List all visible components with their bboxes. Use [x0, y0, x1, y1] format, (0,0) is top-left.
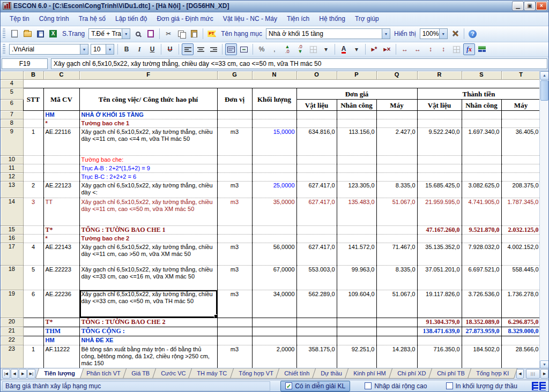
cell-dg-may[interactable]: 71.467,0	[376, 243, 417, 266]
cell-unit[interactable]	[217, 156, 252, 164]
cell-dg-nc[interactable]: 109.604,0	[337, 290, 376, 318]
menu-don-gia-dinh-muc[interactable]: Đơn giá - Định mức	[152, 13, 218, 24]
row-header-14[interactable]: 14	[1, 198, 23, 226]
cell-tt-may[interactable]	[501, 173, 540, 182]
cell-unit[interactable]	[217, 336, 252, 345]
cell-code[interactable]: TT	[43, 198, 79, 226]
cell-dg-vl[interactable]	[296, 327, 337, 336]
row-height-increase-button[interactable]: ↕	[425, 43, 436, 55]
header-ten-cong-viec[interactable]: Tên công việc/ Công thức hao phí	[79, 88, 217, 111]
column-header-B[interactable]: B	[23, 71, 43, 80]
cell-tt-may[interactable]	[501, 336, 540, 345]
cell-qty[interactable]: 2,0000	[252, 345, 296, 368]
cell-desc[interactable]: NHÀ ĐỂ XE	[79, 336, 217, 345]
checkbox-checked-icon[interactable]: ✓	[285, 382, 292, 389]
cell-qty[interactable]	[252, 235, 296, 243]
help-button[interactable]: ?	[467, 28, 479, 40]
increase-decimal-button[interactable]: ▲.0	[281, 43, 293, 55]
cell-desc[interactable]: TỔNG : TƯỜNG BAO CHE 2	[79, 318, 217, 327]
restore-button[interactable]: ▣	[524, 2, 535, 10]
cell-stt[interactable]	[23, 327, 43, 336]
tab-tien-luong[interactable]: Tiên lượng	[35, 368, 84, 379]
row-header-23[interactable]: 23	[1, 345, 23, 368]
header-nhan-cong-2[interactable]: Nhân công	[462, 100, 501, 111]
scroll-up-button[interactable]: ▲	[540, 71, 548, 80]
tab-next-button[interactable]: ▶	[19, 369, 27, 379]
cell-tt-nc[interactable]: 4.741.905,0	[462, 198, 501, 226]
cell-tt-nc[interactable]: 27.873.959,0	[462, 327, 501, 336]
cell-dg-vl[interactable]: 634.816,0	[296, 128, 337, 156]
column-header-G[interactable]: G	[217, 71, 252, 80]
close-button[interactable]: ×	[536, 2, 547, 10]
align-left-button[interactable]	[182, 43, 194, 55]
menu-vat-lieu-nc-may[interactable]: Vật liệu - NC - Máy	[218, 13, 282, 24]
cell-dg-vl[interactable]	[296, 336, 337, 345]
cell-dg-vl[interactable]: 562.289,0	[296, 290, 337, 318]
scroll-thumb[interactable]	[540, 80, 548, 101]
cell-code[interactable]: HM	[43, 111, 79, 119]
borders-button[interactable]	[307, 43, 319, 55]
empty-row[interactable]	[23, 80, 540, 88]
cell-code[interactable]: AF.11222	[43, 345, 79, 368]
cell-qty[interactable]: 56,0000	[252, 243, 296, 266]
cell-dg-may[interactable]	[376, 226, 417, 235]
formula-input[interactable]: Xây gạch chỉ 6,5x10,5x22, xây tường thẳn…	[51, 58, 547, 69]
cell-qty[interactable]	[252, 336, 296, 345]
cell-dg-may[interactable]	[376, 156, 417, 164]
cell-unit[interactable]	[217, 111, 252, 119]
cell-code[interactable]: HM	[43, 336, 79, 345]
cell-code[interactable]	[43, 164, 79, 173]
cut-button[interactable]: ✂	[162, 28, 174, 40]
cell-tt-nc[interactable]: 3.082.625,0	[462, 182, 501, 198]
row-header-6[interactable]: 6	[1, 100, 23, 111]
cell-qty[interactable]: 67,0000	[252, 266, 296, 290]
row-header-9[interactable]: 9	[1, 128, 23, 156]
column-width-increase-button[interactable]: ↔	[399, 43, 411, 55]
cell-tt-may[interactable]: 36.405,0	[501, 128, 540, 156]
header-vat-lieu[interactable]: Vật liệu	[296, 100, 337, 111]
cell-tt-vl[interactable]	[417, 173, 462, 182]
checkbox-in-dien-giai-kl[interactable]: ✓ Có in diễn giải KL	[280, 381, 350, 391]
cell-qty[interactable]	[252, 119, 296, 128]
cell-tt-nc[interactable]: 6.697.521,0	[462, 266, 501, 290]
cell-qty[interactable]: 35,0000	[252, 198, 296, 226]
row-header-21[interactable]: 21	[1, 327, 23, 336]
cell-unit[interactable]	[217, 119, 252, 128]
tab-tong-hop-ki[interactable]: Tổng hợp KI	[468, 368, 517, 379]
menu-lap-tien-do[interactable]: Lập tiến độ	[110, 13, 152, 24]
cell-stt[interactable]: 4	[23, 243, 43, 266]
active-cell-F19[interactable]: Xây gạch chỉ 6,5x10,5x22, xây tường thẳn…	[79, 290, 217, 318]
cell-tt-nc[interactable]: 7.928.032,0	[462, 243, 501, 266]
cell-stt[interactable]	[23, 318, 43, 327]
align-center-button[interactable]	[195, 43, 206, 55]
cell-tt-may[interactable]: 208.375,0	[501, 182, 540, 198]
merge-cells-button[interactable]	[238, 43, 250, 55]
tab-prev-button[interactable]: ◀	[11, 369, 19, 379]
cell-stt[interactable]: 3	[23, 198, 43, 226]
cell-dg-vl[interactable]: 553.003,0	[296, 266, 337, 290]
chevron-down-icon[interactable]: ▾	[382, 29, 390, 39]
cell-dg-nc[interactable]	[337, 226, 376, 235]
cell-dg-nc[interactable]: 113.156,0	[337, 128, 376, 156]
cell-tt-may[interactable]	[501, 119, 540, 128]
cell-unit[interactable]	[217, 226, 252, 235]
open-button[interactable]	[21, 28, 33, 40]
cell-stt[interactable]	[23, 119, 43, 128]
hang-muc-combo[interactable]: Nhà ở khối 15 tầng ▾	[266, 28, 390, 39]
cell-stt[interactable]: 1	[23, 345, 43, 368]
chevron-down-icon[interactable]: ▾	[106, 44, 114, 54]
cell-reference-box[interactable]: F19	[2, 58, 48, 69]
cell-dg-nc[interactable]	[337, 111, 376, 119]
cell-dg-nc[interactable]: 141.572,0	[337, 243, 376, 266]
cell-stt[interactable]	[23, 226, 43, 235]
cell-tt-may[interactable]	[501, 111, 540, 119]
cell-dg-vl[interactable]	[296, 111, 337, 119]
cell-dg-may[interactable]	[376, 119, 417, 128]
cell-stt[interactable]	[23, 164, 43, 173]
menu-tien-ich[interactable]: Tiện ích	[282, 13, 314, 24]
cell-dg-may[interactable]	[376, 173, 417, 182]
cell-stt[interactable]: 2	[23, 182, 43, 198]
cell-tt-nc[interactable]	[462, 119, 501, 128]
row-header-12[interactable]: 12	[1, 173, 23, 182]
cell-dg-vl[interactable]	[296, 318, 337, 327]
